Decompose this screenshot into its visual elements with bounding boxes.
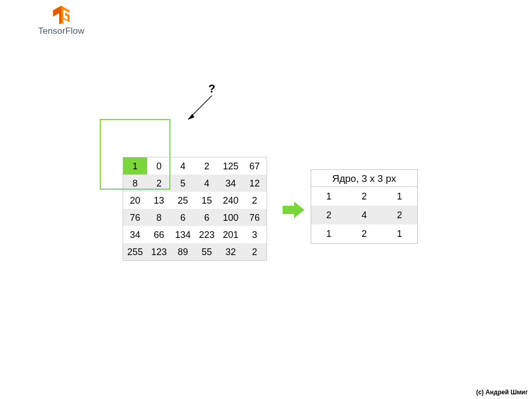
table-row: 76 8 6 6 100 76 bbox=[123, 209, 267, 226]
table-row: 1 2 1 bbox=[311, 224, 417, 243]
diagram-canvas: TensorFlow ? 1 0 4 2 125 67 8 2 5 4 34 bbox=[0, 0, 532, 399]
svg-marker-1 bbox=[53, 6, 61, 24]
cell: 8 bbox=[123, 175, 148, 192]
table-row: 1 0 4 2 125 67 bbox=[123, 157, 267, 175]
cell: 125 bbox=[219, 157, 243, 175]
table-row: 8 2 5 4 34 12 bbox=[123, 175, 267, 192]
cell: 0 bbox=[147, 157, 171, 175]
tensorflow-icon bbox=[52, 5, 71, 25]
table-row: 34 66 134 223 201 3 bbox=[123, 226, 267, 243]
cell: 1 bbox=[382, 224, 417, 243]
cell: 76 bbox=[123, 209, 148, 226]
svg-marker-4 bbox=[283, 202, 304, 218]
cell: 123 bbox=[147, 243, 171, 261]
cell: 100 bbox=[219, 209, 243, 226]
cell: 66 bbox=[147, 226, 171, 243]
tensorflow-text: TensorFlow bbox=[33, 26, 90, 36]
table-row: 255 123 89 55 32 2 bbox=[123, 243, 267, 261]
svg-marker-0 bbox=[61, 6, 70, 24]
cell: 4 bbox=[347, 206, 382, 224]
cell: 6 bbox=[195, 209, 219, 226]
tensorflow-logo: TensorFlow bbox=[33, 5, 90, 36]
cell: 55 bbox=[195, 243, 219, 261]
cell: 1 bbox=[311, 224, 347, 243]
cell: 2 bbox=[147, 175, 171, 192]
cell: 89 bbox=[171, 243, 195, 261]
cell: 134 bbox=[171, 226, 195, 243]
cell: 3 bbox=[243, 226, 267, 243]
cell: 4 bbox=[195, 175, 219, 192]
cell: 20 bbox=[123, 192, 148, 209]
cell: 1 bbox=[311, 187, 347, 206]
cell: 2 bbox=[243, 192, 267, 209]
cell: 2 bbox=[382, 206, 417, 224]
cell: 201 bbox=[219, 226, 243, 243]
table-row: 1 2 1 bbox=[311, 187, 417, 206]
cell: 240 bbox=[219, 192, 243, 209]
cell: 34 bbox=[123, 226, 148, 243]
cell: 1 bbox=[123, 157, 148, 175]
cell: 25 bbox=[171, 192, 195, 209]
kernel-title: Ядро, 3 x 3 px bbox=[311, 170, 417, 187]
credit-text: (с) Андрей Шмиг bbox=[476, 389, 528, 396]
cell: 8 bbox=[147, 209, 171, 226]
cell: 76 bbox=[243, 209, 267, 226]
cell: 5 bbox=[171, 175, 195, 192]
annotation-arrow-icon bbox=[182, 94, 218, 125]
cell: 4 bbox=[171, 157, 195, 175]
kernel-table: Ядро, 3 x 3 px 1 2 1 2 4 2 1 2 1 bbox=[311, 169, 418, 244]
cell: 67 bbox=[243, 157, 267, 175]
cell: 2 bbox=[195, 157, 219, 175]
cell: 2 bbox=[347, 224, 382, 243]
cell: 2 bbox=[243, 243, 267, 261]
cell: 34 bbox=[219, 175, 243, 192]
table-row: 2 4 2 bbox=[311, 206, 417, 224]
table-row: 20 13 25 15 240 2 bbox=[123, 192, 267, 209]
cell: 255 bbox=[123, 243, 148, 261]
cell: 12 bbox=[243, 175, 267, 192]
cell: 13 bbox=[147, 192, 171, 209]
cell: 2 bbox=[347, 187, 382, 206]
cell: 223 bbox=[195, 226, 219, 243]
cell: 1 bbox=[382, 187, 417, 206]
input-matrix-table: 1 0 4 2 125 67 8 2 5 4 34 12 20 13 25 15… bbox=[123, 157, 267, 261]
cell: 6 bbox=[171, 209, 195, 226]
arrow-right-icon bbox=[282, 200, 307, 220]
cell: 15 bbox=[195, 192, 219, 209]
cell: 2 bbox=[311, 206, 347, 224]
cell: 32 bbox=[219, 243, 243, 261]
